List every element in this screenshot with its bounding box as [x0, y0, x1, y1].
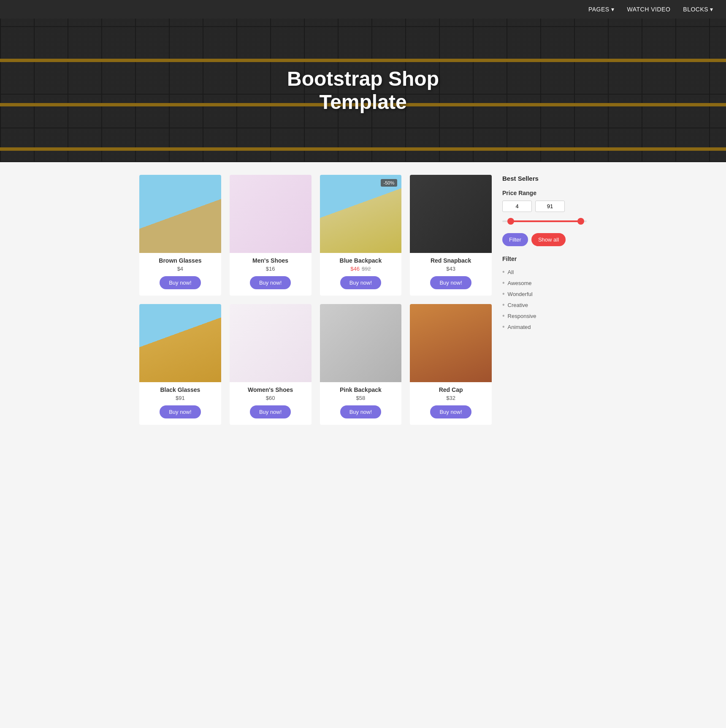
buy-button-red-snapback[interactable]: Buy now!	[430, 276, 471, 289]
product-name-black-glasses: Black Glasses	[139, 386, 221, 393]
product-image-red-snapback	[410, 175, 492, 253]
shelf-3	[0, 147, 726, 151]
hero-title: Bootstrap Shop Template	[287, 67, 439, 114]
product-img-black-glasses	[139, 304, 221, 382]
buy-button-brown-glasses[interactable]: Buy now!	[160, 276, 200, 289]
price-inputs	[502, 201, 587, 212]
buy-button-pink-backpack[interactable]: Buy now!	[340, 405, 381, 418]
product-img-brown-glasses	[139, 175, 221, 253]
nav-blocks[interactable]: BLOCKS ▾	[683, 6, 713, 13]
product-image-mens-shoes	[230, 175, 312, 253]
product-img-mens-shoes	[230, 175, 312, 253]
product-image-blue-backpack: -50%	[320, 175, 402, 253]
products-grid: Brown Glasses $4 Buy now! Men's Shoes $1…	[139, 175, 492, 425]
price-min-input[interactable]	[502, 201, 532, 212]
product-card-pink-backpack: Pink Backpack $58 Buy now!	[320, 304, 402, 425]
filter-responsive[interactable]: Responsive	[502, 310, 587, 321]
product-image-brown-glasses	[139, 175, 221, 253]
filter-animated[interactable]: Animated	[502, 321, 587, 332]
product-card-red-snapback: Red Snapback $43 Buy now!	[410, 175, 492, 296]
filter-button[interactable]: Filter	[502, 233, 528, 246]
price-range-label: Price Range	[502, 190, 587, 196]
product-image-womens-shoes	[230, 304, 312, 382]
buy-button-womens-shoes[interactable]: Buy now!	[250, 405, 291, 418]
product-img-womens-shoes	[230, 304, 312, 382]
product-card-blue-backpack: -50% Blue Backpack $46$92 Buy now!	[320, 175, 402, 296]
product-price-mens-shoes: $16	[230, 266, 312, 272]
buy-button-blue-backpack[interactable]: Buy now!	[340, 276, 381, 289]
navbar: PAGES ▾ WATCH VIDEO BLOCKS ▾	[0, 0, 726, 19]
badge-sale: -50%	[381, 179, 398, 187]
best-sellers-title: Best Sellers	[502, 175, 587, 182]
product-price-womens-shoes: $60	[230, 395, 312, 401]
sidebar-buttons: Filter Show all	[502, 233, 587, 246]
product-price-black-glasses: $91	[139, 395, 221, 401]
product-name-red-snapback: Red Snapback	[410, 257, 492, 264]
product-name-pink-backpack: Pink Backpack	[320, 386, 402, 393]
product-img-red-cap	[410, 304, 492, 382]
product-name-blue-backpack: Blue Backpack	[320, 257, 402, 264]
range-handle-left[interactable]	[507, 218, 514, 225]
product-card-red-cap: Red Cap $32 Buy now!	[410, 304, 492, 425]
product-price-blue-backpack: $46$92	[320, 266, 402, 272]
filter-list: AllAwesomeWonderfulCreativeResponsiveAni…	[502, 266, 587, 332]
buy-button-black-glasses[interactable]: Buy now!	[160, 405, 200, 418]
blocks-arrow: ▾	[708, 6, 713, 13]
product-card-black-glasses: Black Glasses $91 Buy now!	[139, 304, 221, 425]
product-name-brown-glasses: Brown Glasses	[139, 257, 221, 264]
filter-awesome[interactable]: Awesome	[502, 277, 587, 288]
product-name-red-cap: Red Cap	[410, 386, 492, 393]
product-card-womens-shoes: Women's Shoes $60 Buy now!	[230, 304, 312, 425]
products-section: Brown Glasses $4 Buy now! Men's Shoes $1…	[139, 175, 492, 425]
product-price-pink-backpack: $58	[320, 395, 402, 401]
range-slider[interactable]	[502, 217, 587, 225]
range-handle-right[interactable]	[577, 218, 584, 225]
product-name-mens-shoes: Men's Shoes	[230, 257, 312, 264]
main-container: Brown Glasses $4 Buy now! Men's Shoes $1…	[131, 162, 595, 437]
product-price-red-cap: $32	[410, 395, 492, 401]
nav-watch-video[interactable]: WATCH VIDEO	[627, 6, 671, 13]
product-image-pink-backpack	[320, 304, 402, 382]
product-card-brown-glasses: Brown Glasses $4 Buy now!	[139, 175, 221, 296]
buy-button-red-cap[interactable]: Buy now!	[430, 405, 471, 418]
buy-button-mens-shoes[interactable]: Buy now!	[250, 276, 291, 289]
product-card-mens-shoes: Men's Shoes $16 Buy now!	[230, 175, 312, 296]
filter-creative[interactable]: Creative	[502, 299, 587, 310]
filter-wonderful[interactable]: Wonderful	[502, 288, 587, 299]
hero-section: Bootstrap Shop Template	[0, 19, 726, 162]
product-name-womens-shoes: Women's Shoes	[230, 386, 312, 393]
product-image-red-cap	[410, 304, 492, 382]
product-price-red-snapback: $43	[410, 266, 492, 272]
nav-pages[interactable]: PAGES ▾	[588, 6, 615, 13]
sidebar: Best Sellers Price Range Filter Show all…	[502, 175, 587, 425]
show-all-button[interactable]: Show all	[531, 233, 566, 246]
product-image-black-glasses	[139, 304, 221, 382]
product-img-pink-backpack	[320, 304, 402, 382]
filter-label: Filter	[502, 255, 587, 262]
product-price-brown-glasses: $4	[139, 266, 221, 272]
price-max-input[interactable]	[535, 201, 565, 212]
product-img-red-snapback	[410, 175, 492, 253]
shelf-1	[0, 59, 726, 62]
pages-arrow: ▾	[610, 6, 615, 13]
range-fill	[509, 220, 582, 222]
filter-all[interactable]: All	[502, 266, 587, 277]
